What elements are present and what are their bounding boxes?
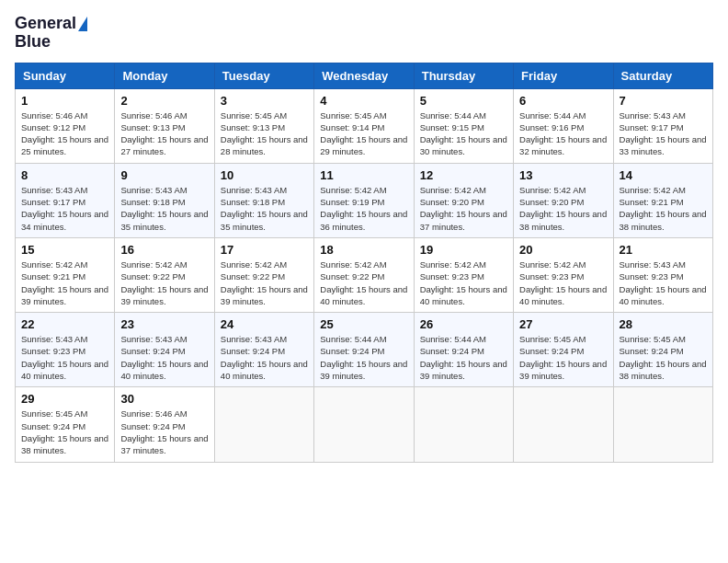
day-number: 30 (120, 392, 208, 406)
calendar-cell: 18 Sunrise: 5:42 AM Sunset: 9:22 PM Dayl… (314, 237, 414, 312)
day-number: 20 (519, 243, 607, 257)
calendar-week-row: 29 Sunrise: 5:45 AM Sunset: 9:24 PM Dayl… (16, 387, 713, 462)
day-info: Sunrise: 5:43 AM Sunset: 9:17 PM Dayligh… (620, 109, 707, 158)
day-info: Sunrise: 5:42 AM Sunset: 9:21 PM Dayligh… (620, 184, 707, 233)
calendar-cell: 7 Sunrise: 5:43 AM Sunset: 9:17 PM Dayli… (613, 88, 712, 163)
column-header-tuesday: Tuesday (214, 63, 313, 88)
calendar-cell: 13 Sunrise: 5:42 AM Sunset: 9:20 PM Dayl… (514, 163, 613, 237)
day-number: 10 (221, 168, 308, 182)
day-info: Sunrise: 5:46 AM Sunset: 9:13 PM Dayligh… (120, 109, 208, 158)
day-number: 22 (21, 317, 108, 331)
calendar-cell: 29 Sunrise: 5:45 AM Sunset: 9:24 PM Dayl… (16, 387, 115, 462)
day-number: 3 (221, 94, 308, 108)
calendar-cell: 9 Sunrise: 5:43 AM Sunset: 9:18 PM Dayli… (115, 163, 214, 237)
calendar-cell: 21 Sunrise: 5:43 AM Sunset: 9:23 PM Dayl… (613, 237, 712, 312)
day-info: Sunrise: 5:43 AM Sunset: 9:24 PM Dayligh… (221, 333, 308, 382)
column-header-sunday: Sunday (16, 63, 115, 88)
calendar-cell: 4 Sunrise: 5:45 AM Sunset: 9:14 PM Dayli… (314, 88, 414, 163)
calendar-cell: 16 Sunrise: 5:42 AM Sunset: 9:22 PM Dayl… (115, 237, 214, 312)
calendar-cell (414, 387, 513, 462)
day-info: Sunrise: 5:42 AM Sunset: 9:19 PM Dayligh… (320, 184, 407, 233)
day-info: Sunrise: 5:43 AM Sunset: 9:18 PM Dayligh… (221, 184, 308, 233)
logo-triangle-icon (78, 17, 87, 31)
logo-text-general: General (15, 15, 76, 33)
calendar-cell: 11 Sunrise: 5:42 AM Sunset: 9:19 PM Dayl… (314, 163, 414, 237)
day-number: 17 (221, 243, 308, 257)
calendar-cell (514, 387, 613, 462)
day-info: Sunrise: 5:44 AM Sunset: 9:16 PM Dayligh… (519, 109, 607, 158)
day-number: 5 (420, 94, 507, 108)
calendar-cell: 8 Sunrise: 5:43 AM Sunset: 9:17 PM Dayli… (16, 163, 115, 237)
day-info: Sunrise: 5:43 AM Sunset: 9:17 PM Dayligh… (21, 184, 108, 233)
day-number: 29 (21, 392, 108, 406)
calendar-week-row: 22 Sunrise: 5:43 AM Sunset: 9:23 PM Dayl… (16, 313, 713, 387)
calendar-cell: 27 Sunrise: 5:45 AM Sunset: 9:24 PM Dayl… (514, 313, 613, 387)
day-number: 19 (420, 243, 507, 257)
page-header: General Blue (15, 15, 713, 52)
calendar-cell: 19 Sunrise: 5:42 AM Sunset: 9:23 PM Dayl… (414, 237, 513, 312)
day-info: Sunrise: 5:45 AM Sunset: 9:24 PM Dayligh… (519, 333, 607, 382)
column-header-monday: Monday (115, 63, 214, 88)
day-info: Sunrise: 5:42 AM Sunset: 9:23 PM Dayligh… (420, 259, 507, 307)
column-header-saturday: Saturday (613, 63, 712, 88)
day-info: Sunrise: 5:42 AM Sunset: 9:22 PM Dayligh… (221, 259, 308, 307)
calendar-cell: 23 Sunrise: 5:43 AM Sunset: 9:24 PM Dayl… (115, 313, 214, 387)
calendar-cell: 2 Sunrise: 5:46 AM Sunset: 9:13 PM Dayli… (115, 88, 214, 163)
logo: General Blue (15, 15, 87, 52)
calendar-week-row: 1 Sunrise: 5:46 AM Sunset: 9:12 PM Dayli… (16, 88, 713, 163)
day-number: 6 (519, 94, 607, 108)
day-number: 12 (420, 168, 507, 182)
day-number: 26 (420, 317, 507, 331)
day-number: 15 (21, 243, 108, 257)
day-info: Sunrise: 5:45 AM Sunset: 9:14 PM Dayligh… (320, 109, 407, 158)
day-info: Sunrise: 5:45 AM Sunset: 9:13 PM Dayligh… (221, 109, 308, 158)
calendar-cell (214, 387, 313, 462)
calendar-cell: 22 Sunrise: 5:43 AM Sunset: 9:23 PM Dayl… (16, 313, 115, 387)
day-number: 13 (519, 168, 607, 182)
day-info: Sunrise: 5:45 AM Sunset: 9:24 PM Dayligh… (620, 333, 707, 382)
day-number: 28 (620, 317, 707, 331)
calendar-cell: 24 Sunrise: 5:43 AM Sunset: 9:24 PM Dayl… (214, 313, 313, 387)
day-info: Sunrise: 5:44 AM Sunset: 9:24 PM Dayligh… (320, 333, 407, 382)
day-number: 21 (620, 243, 707, 257)
calendar-week-row: 8 Sunrise: 5:43 AM Sunset: 9:17 PM Dayli… (16, 163, 713, 237)
day-info: Sunrise: 5:42 AM Sunset: 9:21 PM Dayligh… (21, 259, 108, 307)
day-number: 24 (221, 317, 308, 331)
day-number: 14 (620, 168, 707, 182)
day-number: 4 (320, 94, 407, 108)
day-info: Sunrise: 5:43 AM Sunset: 9:18 PM Dayligh… (120, 184, 208, 233)
calendar-cell: 5 Sunrise: 5:44 AM Sunset: 9:15 PM Dayli… (414, 88, 513, 163)
day-number: 23 (120, 317, 208, 331)
day-number: 9 (120, 168, 208, 182)
column-header-friday: Friday (514, 63, 613, 88)
calendar-cell: 14 Sunrise: 5:42 AM Sunset: 9:21 PM Dayl… (613, 163, 712, 237)
calendar-cell: 6 Sunrise: 5:44 AM Sunset: 9:16 PM Dayli… (514, 88, 613, 163)
calendar-cell: 3 Sunrise: 5:45 AM Sunset: 9:13 PM Dayli… (214, 88, 313, 163)
column-header-wednesday: Wednesday (314, 63, 414, 88)
day-info: Sunrise: 5:44 AM Sunset: 9:24 PM Dayligh… (420, 333, 507, 382)
day-number: 18 (320, 243, 407, 257)
day-info: Sunrise: 5:42 AM Sunset: 9:22 PM Dayligh… (320, 259, 407, 307)
day-info: Sunrise: 5:42 AM Sunset: 9:20 PM Dayligh… (420, 184, 507, 233)
day-number: 25 (320, 317, 407, 331)
day-info: Sunrise: 5:43 AM Sunset: 9:24 PM Dayligh… (120, 333, 208, 382)
day-info: Sunrise: 5:44 AM Sunset: 9:15 PM Dayligh… (420, 109, 507, 158)
calendar-cell: 30 Sunrise: 5:46 AM Sunset: 9:24 PM Dayl… (115, 387, 214, 462)
calendar-table: SundayMondayTuesdayWednesdayThursdayFrid… (15, 63, 713, 463)
calendar-cell: 17 Sunrise: 5:42 AM Sunset: 9:22 PM Dayl… (214, 237, 313, 312)
day-info: Sunrise: 5:42 AM Sunset: 9:23 PM Dayligh… (519, 259, 607, 307)
day-info: Sunrise: 5:46 AM Sunset: 9:24 PM Dayligh… (120, 408, 208, 456)
calendar-cell: 10 Sunrise: 5:43 AM Sunset: 9:18 PM Dayl… (214, 163, 313, 237)
calendar-cell: 25 Sunrise: 5:44 AM Sunset: 9:24 PM Dayl… (314, 313, 414, 387)
day-number: 11 (320, 168, 407, 182)
calendar-cell: 26 Sunrise: 5:44 AM Sunset: 9:24 PM Dayl… (414, 313, 513, 387)
calendar-cell (314, 387, 414, 462)
calendar-week-row: 15 Sunrise: 5:42 AM Sunset: 9:21 PM Dayl… (16, 237, 713, 312)
day-info: Sunrise: 5:42 AM Sunset: 9:20 PM Dayligh… (519, 184, 607, 233)
calendar-body: 1 Sunrise: 5:46 AM Sunset: 9:12 PM Dayli… (16, 88, 713, 462)
calendar-cell (613, 387, 712, 462)
column-header-thursday: Thursday (414, 63, 513, 88)
day-number: 1 (21, 94, 108, 108)
day-info: Sunrise: 5:43 AM Sunset: 9:23 PM Dayligh… (21, 333, 108, 382)
calendar-cell: 1 Sunrise: 5:46 AM Sunset: 9:12 PM Dayli… (16, 88, 115, 163)
